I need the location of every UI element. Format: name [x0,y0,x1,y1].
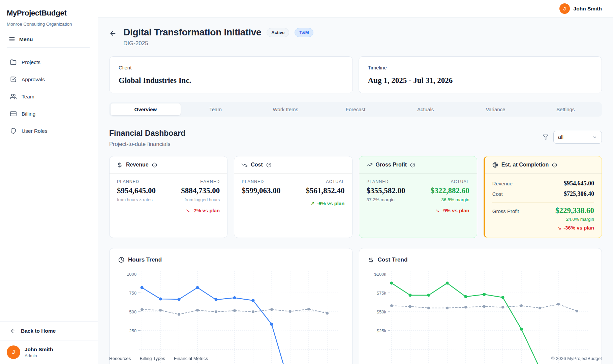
filter-icon[interactable] [543,134,549,140]
planned-label: PLANNED [117,179,156,184]
help-icon[interactable] [152,162,157,168]
chart-title: Cost Trend [378,256,408,263]
metric-title: Gross Profit [376,162,407,168]
actual-label: ACTUAL [431,179,469,184]
billing-type-badge: T&M [295,28,313,37]
client-value: Global Industries Inc. [119,76,343,85]
planned-value: $954,645.00 [117,186,156,195]
footer: Resources Billing Types Financial Metric… [98,353,613,364]
planned-note: from hours × rates [117,197,156,202]
help-icon[interactable] [552,162,557,168]
planned-value: $355,582.00 [367,186,405,195]
footer-link-resources[interactable]: Resources [109,356,131,361]
sidebar-item-projects[interactable]: Projects [0,54,98,71]
svg-text:$50k: $50k [376,309,386,314]
divider [492,203,594,203]
client-label: Client [119,65,343,70]
footer-link-financial-metrics[interactable]: Financial Metrics [174,356,208,361]
tab-overview[interactable]: Overview [111,103,181,115]
user-role: Admin [25,353,53,358]
sidebar-item-user-roles[interactable]: User Roles [0,122,98,140]
hours-trend-chart: 1000750500250 [118,270,343,364]
menu-label: Menu [19,36,33,42]
trend-down-arrow-icon: ↘ [557,225,562,231]
main-area: J John Smith Digital Transformation Init… [98,0,613,364]
eac-gp-value: $229,338.60 [555,206,594,215]
eac-revenue-label: Revenue [492,181,513,186]
svg-text:$75k: $75k [376,291,386,296]
planned-label: PLANNED [242,179,280,184]
earned-note: from logged hours [181,197,220,202]
dollar-icon [368,257,374,263]
target-icon [492,162,498,168]
svg-text:250: 250 [129,328,136,333]
metric-title: Cost [251,162,263,168]
trend-down-arrow-icon: ↘ [435,208,440,213]
cost-trend-chart: $100k$75k$50k$25k [368,270,593,364]
menu-icon [9,36,15,42]
tab-forecast[interactable]: Forecast [320,103,391,115]
tab-team[interactable]: Team [181,103,251,115]
copyright: © 2026 MyProjectBudget [551,356,602,361]
cost-card: Cost PLANNED $599,063.00 ACTUAL $561,852… [234,156,352,238]
credit-card-icon [10,111,17,117]
filter-select[interactable]: all [553,131,602,144]
sidebar-item-label: Team [22,94,34,100]
delta-vs-plan: ↘-9% vs plan [431,208,469,214]
earned-value: $884,735.00 [181,186,220,195]
shield-icon [10,128,17,134]
sidebar: MyProjectBudget Monroe Consulting Organi… [0,0,98,364]
tab-work-items[interactable]: Work Items [250,103,320,115]
sidebar-item-team[interactable]: Team [0,88,98,105]
cost-trend-card: Cost Trend $100k$75k$50k$25k [359,248,602,364]
back-to-home-button[interactable]: Back to Home [0,322,98,340]
sidebar-user[interactable]: J John Smith Admin [0,340,98,364]
metric-title: Est. at Completion [501,162,549,168]
menu-toggle[interactable]: Menu [0,29,98,47]
help-icon[interactable] [410,162,415,168]
tab-actuals[interactable]: Actuals [391,103,461,115]
hours-trend-card: Hours Trend 1000750500250 [109,248,353,364]
eac-cost-label: Cost [492,191,503,197]
section-title: Financial Dashboard [109,129,185,138]
back-button[interactable] [109,30,117,37]
sidebar-item-label: Projects [22,59,40,65]
timeline-label: Timeline [368,65,593,70]
actual-value: $322,882.60 [431,186,469,195]
delta-vs-plan: ↗-6% vs plan [306,201,345,207]
tab-bar: Overview Team Work Items Forecast Actual… [109,102,602,117]
svg-text:1000: 1000 [127,272,136,277]
tab-settings[interactable]: Settings [530,103,601,115]
project-code: DIG-2025 [123,40,313,47]
client-card: Client Global Industries Inc. [109,56,353,93]
help-icon[interactable] [266,162,271,168]
page-title: Digital Transformation Initiative [123,27,261,38]
planned-value: $599,063.00 [242,186,280,195]
sidebar-item-approvals[interactable]: Approvals [0,71,98,88]
users-icon [10,93,17,100]
trend-up-arrow-icon: ↗ [310,201,315,206]
timeline-value: Aug 1, 2025 - Jul 31, 2026 [368,76,593,85]
status-badge: Active [267,28,289,37]
topbar-user-name: John Smith [574,6,602,12]
est-at-completion-card: Est. at Completion Revenue $954,645.00 C… [484,156,602,238]
planned-label: PLANNED [367,179,405,184]
planned-margin: 37.2% margin [367,197,405,202]
sidebar-item-billing[interactable]: Billing [0,105,98,122]
actual-value: $561,852.40 [306,186,345,195]
folder-icon [10,59,17,65]
chevron-down-icon [592,135,597,140]
clock-icon [118,257,124,263]
metric-title: Revenue [126,162,149,168]
trending-down-icon [242,162,247,168]
avatar[interactable]: J [559,3,570,14]
sidebar-divider [7,47,90,48]
footer-link-billing-types[interactable]: Billing Types [140,356,165,361]
trending-up-icon [367,162,372,168]
topbar: J John Smith [98,0,613,18]
tab-variance[interactable]: Variance [461,103,531,115]
trend-down-arrow-icon: ↘ [186,208,190,213]
earned-label: EARNED [181,179,220,184]
revenue-card: Revenue PLANNED $954,645.00 from hours ×… [109,156,227,238]
arrow-left-icon [10,328,16,334]
